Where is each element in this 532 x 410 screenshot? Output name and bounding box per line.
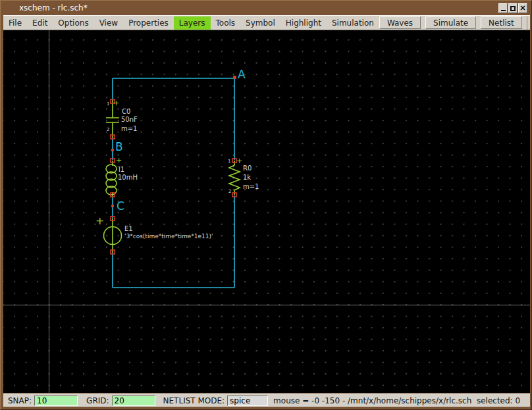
netlist-mode-label: NETLIST MODE: bbox=[163, 396, 225, 405]
source-E1[interactable] bbox=[104, 218, 122, 253]
schematic-canvas[interactable]: A B C C0 50nF m=1 1 2 + l1 10mH + E1 '3*… bbox=[3, 30, 530, 393]
source-ref: E1 bbox=[124, 225, 133, 232]
inductor-value: 10mH bbox=[118, 174, 138, 181]
capacitor-value: 50nF bbox=[121, 116, 138, 123]
capacitor-ref: C0 bbox=[122, 108, 130, 115]
menu-symbol[interactable]: Symbol bbox=[240, 16, 280, 30]
menu-simulation[interactable]: Simulation bbox=[327, 16, 379, 30]
menu-file[interactable]: File bbox=[3, 16, 27, 30]
resistor-mult: m=1 bbox=[243, 183, 259, 190]
menubar-right: Waves Simulate Netlist Help bbox=[379, 16, 532, 30]
inductor-l1[interactable] bbox=[106, 161, 117, 196]
window-controls: × bbox=[498, 3, 527, 13]
capacitor-pin2: 2 bbox=[107, 128, 109, 132]
close-icon: × bbox=[519, 4, 526, 12]
menu-layers[interactable]: Layers bbox=[174, 16, 211, 30]
menubar: File Edit Options View Properties Layers… bbox=[3, 15, 530, 30]
window-frame-bottom bbox=[1, 407, 531, 410]
resistor-pin1: 1 bbox=[228, 159, 230, 164]
inductor-ref: l1 bbox=[119, 166, 124, 173]
source-plus-mark: + bbox=[95, 217, 104, 226]
snap-input[interactable] bbox=[34, 396, 78, 406]
node-label-B[interactable]: B bbox=[115, 141, 123, 153]
menu-highlight[interactable]: Highlight bbox=[280, 16, 327, 30]
waves-button[interactable]: Waves bbox=[379, 16, 421, 29]
titlebar[interactable]: xschem - rlc.sch* × bbox=[1, 1, 531, 15]
window-title: xschem - rlc.sch* bbox=[19, 3, 88, 13]
resistor-ref: R0 bbox=[243, 165, 252, 172]
node-label-C[interactable]: C bbox=[117, 201, 124, 212]
maximize-icon bbox=[510, 6, 516, 11]
resistor-pin2: 2 bbox=[228, 190, 231, 194]
close-button[interactable]: × bbox=[518, 3, 527, 13]
node-label-A[interactable]: A bbox=[238, 69, 246, 80]
schematic-drawing bbox=[3, 30, 530, 393]
minimize-button[interactable] bbox=[498, 3, 508, 13]
menu-properties[interactable]: Properties bbox=[123, 16, 174, 30]
menu-edit[interactable]: Edit bbox=[27, 16, 53, 30]
inductor-plus-mark: + bbox=[116, 157, 122, 164]
capacitor-pin1: 1 bbox=[107, 102, 109, 107]
maximize-button[interactable] bbox=[508, 3, 518, 13]
wires[interactable] bbox=[113, 78, 234, 288]
resistor-plus-mark: + bbox=[236, 158, 242, 165]
menu-view[interactable]: View bbox=[94, 16, 123, 30]
simulate-button[interactable]: Simulate bbox=[425, 16, 476, 29]
grid-label: GRID: bbox=[86, 396, 109, 405]
resistor-value: 1k bbox=[243, 174, 251, 181]
source-value: '3*cos(time*time*time*1e11)' bbox=[124, 233, 213, 240]
capacitor-plus-mark: + bbox=[113, 100, 119, 107]
snap-label: SNAP: bbox=[8, 396, 32, 405]
minimize-icon bbox=[501, 10, 506, 11]
netlist-button[interactable]: Netlist bbox=[481, 16, 522, 29]
netlist-mode-input[interactable] bbox=[227, 396, 268, 406]
menu-help[interactable]: Help bbox=[527, 16, 532, 30]
menu-options[interactable]: Options bbox=[53, 16, 93, 30]
grid-input[interactable] bbox=[112, 396, 155, 406]
mouse-status-text: mouse = -0 -150 - /mnt/x/home/schippes/x… bbox=[273, 396, 520, 405]
xschem-window: xschem - rlc.sch* × File Edit Options Vi… bbox=[0, 0, 532, 410]
capacitor-mult: m=1 bbox=[121, 125, 137, 132]
statusbar: SNAP: GRID: NETLIST MODE: mouse = -0 -15… bbox=[3, 394, 530, 407]
menu-tools[interactable]: Tools bbox=[211, 16, 241, 30]
